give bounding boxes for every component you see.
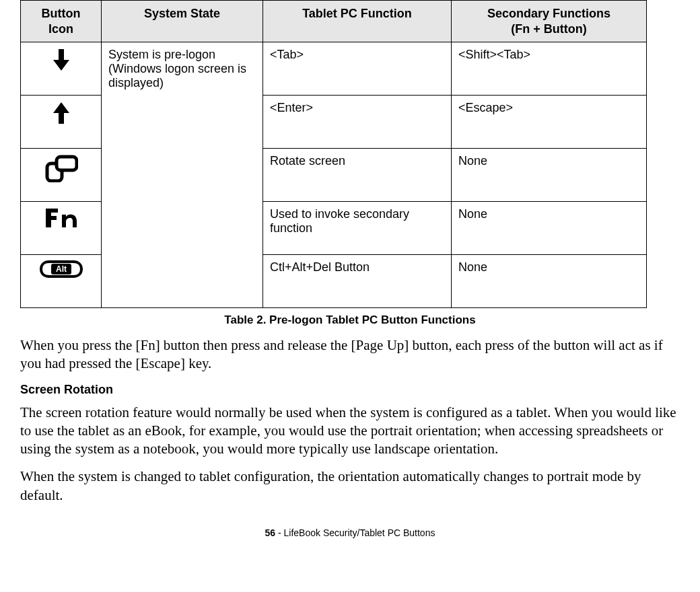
cell-secondary: None bbox=[452, 255, 647, 308]
paragraph-rotation-default: When the system is changed to tablet con… bbox=[20, 468, 680, 505]
system-state-cell: System is pre-logon (Windows logon scree… bbox=[102, 42, 263, 308]
rotate-icon bbox=[28, 154, 94, 182]
cell-function: Rotate screen bbox=[263, 149, 452, 202]
paragraph-rotation-desc: The screen rotation feature would normal… bbox=[20, 404, 680, 459]
cell-function: Ctl+Alt+Del Button bbox=[263, 255, 452, 308]
cell-secondary: <Shift><Tab> bbox=[452, 42, 647, 96]
svg-rect-1 bbox=[57, 157, 77, 170]
page-number: 56 bbox=[265, 527, 276, 538]
subhead-screen-rotation: Screen Rotation bbox=[20, 383, 680, 397]
button-functions-table: Button Icon System State Tablet PC Funct… bbox=[20, 0, 647, 308]
svg-text:Alt: Alt bbox=[56, 264, 67, 274]
th-button-icon: Button Icon bbox=[21, 1, 102, 42]
table-caption: Table 2. Pre-logon Tablet PC Button Func… bbox=[20, 313, 680, 327]
th-system-state: System State bbox=[102, 1, 263, 42]
up-arrow-icon bbox=[28, 101, 94, 125]
page-footer: 56 - LifeBook Security/Tablet PC Buttons bbox=[20, 527, 680, 538]
th-function: Tablet PC Function bbox=[263, 1, 452, 42]
fn-icon bbox=[28, 207, 94, 229]
cell-function: Used to invoke secondary function bbox=[263, 202, 452, 255]
th-secondary: Secondary Functions (Fn + Button) bbox=[452, 1, 647, 42]
cell-secondary: None bbox=[452, 149, 647, 202]
footer-title: - LifeBook Security/Tablet PC Buttons bbox=[275, 527, 435, 538]
alt-icon: Alt bbox=[28, 260, 94, 278]
cell-secondary: <Escape> bbox=[452, 96, 647, 149]
table-row: System is pre-logon (Windows logon scree… bbox=[21, 42, 647, 96]
down-arrow-icon bbox=[28, 48, 94, 72]
cell-secondary: None bbox=[452, 202, 647, 255]
cell-function: <Enter> bbox=[263, 96, 452, 149]
paragraph-fn-escape: When you press the [Fn] button then pres… bbox=[20, 336, 680, 373]
cell-function: <Tab> bbox=[263, 42, 452, 96]
